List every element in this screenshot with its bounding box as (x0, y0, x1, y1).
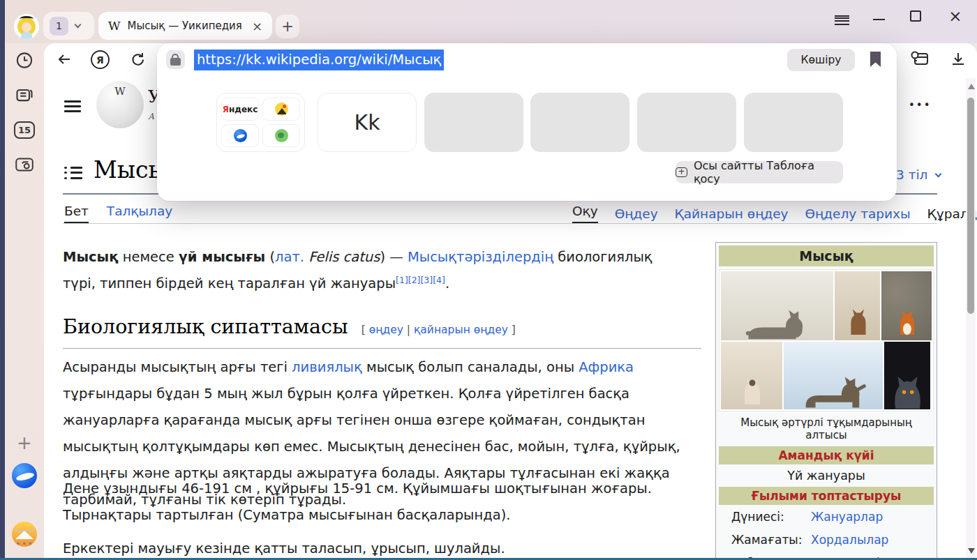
tablo-tile-empty (637, 93, 736, 152)
paragraph-4: Еркектері мауығу кезінде қатты таласып, … (63, 536, 694, 560)
tabs-counter[interactable]: 15 (14, 121, 35, 139)
copy-url-button[interactable]: Көшіру (787, 49, 855, 71)
url-input[interactable]: https://kk.wikipedia.org/wiki/Мысық (194, 50, 444, 70)
browser-window: Я W У А у ••• Мысық 3 тіл (0, 0, 977, 560)
wikipedia-logo-letter: W (114, 85, 125, 98)
browser-menu-icon[interactable] (835, 8, 849, 24)
infobox: Мысық (715, 242, 937, 560)
profile-avatar[interactable] (14, 14, 39, 39)
reload-button[interactable] (129, 51, 146, 70)
yandex-disk-icon[interactable] (221, 124, 259, 147)
yandex-search-button[interactable]: Я (91, 50, 110, 69)
tablo-tile-kk-wikipedia[interactable]: Kk (318, 93, 417, 152)
tab-edit-source[interactable]: Қайнарын өңдеу (675, 206, 789, 221)
taxonomy-label: Жамағаты: (719, 533, 811, 547)
tab-read[interactable]: Оқу (572, 204, 598, 224)
cat-photo-abyssinian (835, 271, 881, 340)
browser-topbar: 1 W Мысық — Уикипедия × + × (5, 0, 977, 43)
wikipedia-logo[interactable]: W (96, 81, 144, 128)
yandex-logo-tile[interactable]: Яндекс (221, 98, 259, 121)
maximize-button[interactable] (909, 8, 923, 24)
tab-talk[interactable]: Талқылау (107, 204, 172, 224)
sidebar-divider (15, 530, 34, 531)
wikipedia-favicon: W (108, 19, 120, 33)
minimize-button[interactable] (872, 8, 886, 24)
cat-photo-siamese (721, 342, 782, 409)
link-africa[interactable]: Африка (579, 359, 634, 375)
latin-name: Felis catus (308, 249, 380, 265)
cat-photo-tabby-snow (784, 342, 883, 409)
scrollbar-thumb[interactable] (967, 98, 974, 314)
chevron-down-icon (935, 170, 942, 177)
history-icon[interactable] (15, 51, 34, 70)
intro-paragraph: Мысық немесе үй мысығы (лат. Felis catus… (63, 244, 677, 297)
link-latin[interactable]: лат. (275, 249, 304, 265)
wiki-menu-icon[interactable] (64, 98, 81, 115)
cat-photo-tabby-lying (721, 271, 833, 340)
chevron-down-icon (75, 21, 82, 28)
ref-3[interactable]: [3] (420, 275, 433, 285)
passwords-icon[interactable] (909, 50, 930, 72)
tablo-tile-empty (530, 93, 629, 152)
tablo-tile-yandex-group[interactable]: Яндекс (216, 93, 305, 152)
feed-icon[interactable] (15, 85, 34, 105)
link-felidae[interactable]: Мысықтәрізділердің (408, 249, 553, 265)
scrollbar-down-arrow[interactable] (968, 548, 975, 554)
tablo-tile-empty (744, 93, 843, 152)
section-divider (63, 348, 701, 349)
browser-tab[interactable]: W Мысық — Уикипедия × (98, 12, 272, 40)
tab-history[interactable]: Өңделу тарихы (805, 206, 911, 221)
tab-close-icon[interactable]: × (252, 19, 262, 33)
header-more-menu[interactable]: ••• (909, 99, 932, 112)
sidebar-more-icon[interactable]: ••• (15, 538, 33, 549)
screenshot-icon[interactable] (14, 155, 35, 174)
language-selector[interactable]: 3 тіл (896, 167, 941, 182)
tab-edit[interactable]: Өңдеу (615, 206, 658, 221)
infobox-taxonomy-header: Ғылыми топтастыруы (719, 487, 934, 505)
tabs-divider (63, 223, 937, 224)
infobox-title: Мысық (719, 245, 934, 266)
paragraph-3: Дене ұзындығы 46-191 см , құйрығы 15-91 … (63, 476, 694, 529)
add-to-tablo-button[interactable]: + Осы сайтты Таблоға қосу (676, 161, 843, 183)
tab-title: Мысық — Уикипедия (127, 20, 241, 32)
browser-sidebar: 15 + ••• (5, 43, 44, 560)
wikipedia-tagline: А (148, 112, 154, 121)
taxonomy-row: Жамағаты: Хордалылар (719, 528, 934, 551)
window-close-button[interactable]: × (948, 8, 963, 24)
infobox-status-value: Үй жануары (719, 464, 934, 487)
omnibox-dropdown: https://kk.wikipedia.org/wiki/Мысық Көші… (157, 43, 897, 201)
download-icon[interactable] (950, 51, 967, 70)
yandex-green-service-icon[interactable] (262, 124, 300, 147)
cat-photo-gray (884, 342, 930, 409)
tab-group-selector[interactable]: 1 (43, 12, 94, 40)
scrollbar-up-arrow[interactable] (968, 84, 975, 89)
window-edge-accent (0, 0, 5, 560)
tab-group-count: 1 (50, 17, 68, 36)
back-button[interactable] (56, 51, 73, 70)
bookmark-icon[interactable] (870, 52, 881, 67)
section-edit-source-link[interactable]: қайнарын өңдеу (414, 324, 508, 336)
cat-photo-ginger (881, 271, 932, 340)
lock-icon[interactable] (166, 50, 185, 69)
ref-2[interactable]: [2] (408, 275, 421, 285)
tablo-tile-empty (424, 93, 523, 152)
taxonomy-link[interactable]: Жануарлар (811, 510, 883, 524)
section-edit-link[interactable]: өңдеу (369, 324, 403, 336)
new-tab-button[interactable]: + (276, 15, 299, 38)
taxonomy-link[interactable]: Хордалылар (811, 533, 888, 547)
toc-icon[interactable] (64, 163, 82, 182)
section-heading: Биологиялық сипаттамасы [ өңдеу | қайнар… (63, 315, 516, 338)
sidebar-add-icon[interactable]: + (17, 432, 32, 453)
infobox-caption: Мысық әртүрлі тұқымдарының алтысы (719, 411, 934, 446)
infobox-status-header: Амандық күйі (719, 446, 934, 464)
plus-box-icon: + (676, 167, 687, 177)
alice-assistant-icon[interactable] (12, 463, 37, 488)
yandex-letter: Я (96, 54, 104, 66)
link-libyan[interactable]: ливиялық (292, 359, 362, 375)
tab-page[interactable]: Бет (64, 204, 89, 224)
taxonomy-label: Дүниесі: (719, 510, 811, 524)
ref-4[interactable]: [4] (433, 275, 445, 285)
ref-1[interactable]: [1] (396, 275, 408, 285)
yandex-images-icon[interactable] (262, 98, 300, 121)
taxonomy-row: Дүниесі: Жануарлар (719, 505, 934, 528)
